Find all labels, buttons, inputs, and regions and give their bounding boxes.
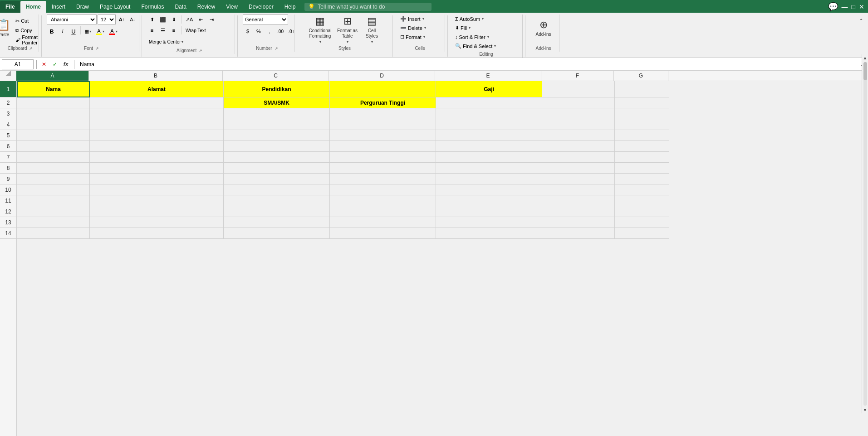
- row-header-8[interactable]: 8: [0, 163, 16, 174]
- cell-F12[interactable]: [542, 206, 615, 217]
- tab-home[interactable]: Home: [20, 1, 46, 13]
- cell-D5[interactable]: [330, 130, 436, 141]
- wrap-text-button[interactable]: Wrap Text: [184, 25, 208, 35]
- cell-F11[interactable]: [542, 195, 615, 206]
- cell-F4[interactable]: [542, 119, 615, 130]
- cell-D7[interactable]: [330, 152, 436, 163]
- comment-icon[interactable]: 💬: [828, 2, 838, 12]
- cell-G13[interactable]: [615, 217, 669, 228]
- indent-left-button[interactable]: ⇤: [196, 15, 206, 24]
- cell-C9[interactable]: [224, 174, 330, 184]
- cell-A2[interactable]: [17, 97, 90, 108]
- cell-F6[interactable]: [542, 141, 615, 152]
- tab-review[interactable]: Review: [192, 1, 221, 13]
- cell-E1[interactable]: Gaji: [436, 81, 542, 97]
- alignment-expand-icon[interactable]: ↗: [199, 48, 202, 53]
- cell-B2[interactable]: [90, 97, 224, 108]
- select-all-button[interactable]: [0, 71, 16, 81]
- cut-button[interactable]: ✂ Cut: [13, 17, 46, 25]
- increase-decimal-button[interactable]: .0↑: [286, 26, 296, 36]
- decrease-decimal-button[interactable]: .00: [275, 26, 285, 36]
- col-header-b[interactable]: B: [89, 71, 223, 81]
- cell-D4[interactable]: [330, 119, 436, 130]
- autosum-button[interactable]: Σ AutoSum ▾: [453, 15, 486, 23]
- cell-E13[interactable]: [436, 217, 542, 228]
- sort-filter-button[interactable]: ↕ Sort & Filter ▾: [453, 33, 491, 41]
- number-expand-icon[interactable]: ↗: [275, 46, 278, 51]
- collapse-ribbon-button[interactable]: ⌃: [856, 15, 866, 25]
- cell-A13[interactable]: [17, 217, 90, 228]
- tab-formulas[interactable]: Formulas: [136, 1, 169, 13]
- cell-D9[interactable]: [330, 174, 436, 184]
- cell-A5[interactable]: [17, 130, 90, 141]
- cell-C8[interactable]: [224, 163, 330, 174]
- currency-button[interactable]: $: [243, 26, 253, 36]
- cell-E2[interactable]: [436, 97, 542, 108]
- cell-D6[interactable]: [330, 141, 436, 152]
- cell-D8[interactable]: [330, 163, 436, 174]
- cell-D10[interactable]: [330, 184, 436, 195]
- cell-B1[interactable]: Alamat: [90, 81, 224, 97]
- col-header-g[interactable]: G: [614, 71, 668, 81]
- cell-F10[interactable]: [542, 184, 615, 195]
- fill-button[interactable]: ⬇ Fill ▾: [453, 24, 473, 32]
- cell-F14[interactable]: [542, 228, 615, 239]
- cell-D11[interactable]: [330, 195, 436, 206]
- cell-G14[interactable]: [615, 228, 669, 239]
- col-header-a[interactable]: A: [16, 71, 89, 81]
- tab-developer[interactable]: Developer: [243, 1, 279, 13]
- cell-G9[interactable]: [615, 174, 669, 184]
- merge-center-button[interactable]: Merge & Center ▾: [147, 37, 185, 47]
- align-center-button[interactable]: ☰: [158, 25, 168, 35]
- cell-C12[interactable]: [224, 206, 330, 217]
- cell-C7[interactable]: [224, 152, 330, 163]
- cell-B6[interactable]: [90, 141, 224, 152]
- cell-G4[interactable]: [615, 119, 669, 130]
- cell-E4[interactable]: [436, 119, 542, 130]
- scroll-up-icon[interactable]: ▲: [862, 54, 868, 61]
- cell-B5[interactable]: [90, 130, 224, 141]
- cell-B4[interactable]: [90, 119, 224, 130]
- row-header-3[interactable]: 3: [0, 108, 16, 119]
- cell-E14[interactable]: [436, 228, 542, 239]
- cell-G3[interactable]: [615, 108, 669, 119]
- formula-input[interactable]: [78, 59, 855, 69]
- cell-B12[interactable]: [90, 206, 224, 217]
- row-header-4[interactable]: 4: [0, 119, 16, 130]
- function-button[interactable]: fx: [61, 60, 70, 69]
- cell-C4[interactable]: [224, 119, 330, 130]
- scroll-down-icon[interactable]: ▼: [862, 407, 868, 413]
- tab-insert[interactable]: Insert: [46, 1, 71, 13]
- format-button[interactable]: ⊟ Format ▾: [398, 33, 427, 41]
- cell-G8[interactable]: [615, 163, 669, 174]
- col-header-d[interactable]: D: [329, 71, 435, 81]
- percent-button[interactable]: %: [254, 26, 264, 36]
- italic-button[interactable]: I: [58, 26, 68, 36]
- cell-G1[interactable]: [615, 81, 669, 97]
- number-format-select[interactable]: General: [243, 15, 288, 24]
- cell-C11[interactable]: [224, 195, 330, 206]
- bold-button[interactable]: B: [47, 26, 57, 36]
- align-bottom-button[interactable]: ⬇: [169, 15, 179, 24]
- align-right-button[interactable]: ≡: [169, 25, 179, 35]
- indent-right-button[interactable]: ⇥: [206, 15, 216, 24]
- format-painter-button[interactable]: 🖌 Format Painter: [13, 36, 46, 44]
- cell-E3[interactable]: [436, 108, 542, 119]
- cell-F9[interactable]: [542, 174, 615, 184]
- cell-E10[interactable]: [436, 184, 542, 195]
- cell-A12[interactable]: [17, 206, 90, 217]
- delete-button[interactable]: ➖ Delete ▾: [398, 24, 428, 32]
- minimize-icon[interactable]: —: [842, 3, 848, 10]
- cell-G6[interactable]: [615, 141, 669, 152]
- cell-B8[interactable]: [90, 163, 224, 174]
- v-scroll-track[interactable]: [863, 62, 867, 406]
- cell-D3[interactable]: [330, 108, 436, 119]
- cell-A4[interactable]: [17, 119, 90, 130]
- insert-button[interactable]: ➕ Insert ▾: [398, 15, 427, 23]
- row-header-12[interactable]: 12: [0, 206, 16, 217]
- cell-G12[interactable]: [615, 206, 669, 217]
- cell-C13[interactable]: [224, 217, 330, 228]
- underline-button[interactable]: U: [69, 26, 78, 36]
- cell-C10[interactable]: [224, 184, 330, 195]
- row-header-9[interactable]: 9: [0, 174, 16, 184]
